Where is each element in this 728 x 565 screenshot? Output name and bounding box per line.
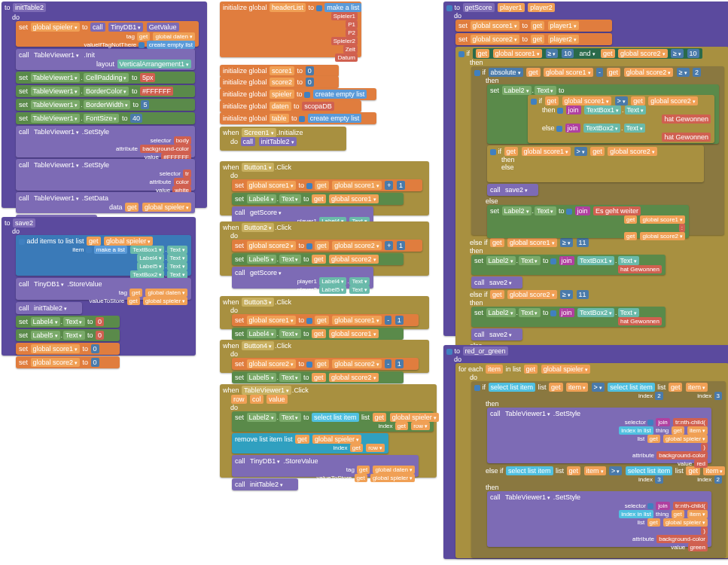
additems[interactable]: add items to list list get global spiele… bbox=[16, 235, 191, 276]
rg-style-red[interactable]: call TableViewer1.SetStyle selector join… bbox=[487, 408, 711, 463]
rg-style-green[interactable]: call TableViewer1.SetStyle selector join… bbox=[487, 491, 711, 547]
tvclick-init[interactable]: call initTable2 bbox=[232, 478, 298, 490]
bwidth[interactable]: set TableViewer1.BorderWidth to 5 bbox=[16, 99, 195, 111]
btn4-setl5[interactable]: set Label5.Text to get global score2 bbox=[232, 371, 404, 383]
do-label: do bbox=[12, 14, 20, 21]
btn3-set[interactable]: set global score1 to get global score1 -… bbox=[232, 314, 419, 326]
btn2-set[interactable]: set global score2 to get global score2 +… bbox=[232, 240, 422, 252]
setl5[interactable]: set Label5.Text to 0 bbox=[16, 329, 120, 341]
btn1-setl4[interactable]: set Label4.Text to get global score1 bbox=[232, 193, 404, 205]
bcolor[interactable]: set TableViewer1.BorderColor to #FFFFFF bbox=[16, 85, 195, 97]
sets2[interactable]: set global score2 to 0 bbox=[16, 356, 120, 368]
btn2-getscore[interactable]: call getScore player1 Label4.Text player… bbox=[232, 267, 373, 289]
gs-if3[interactable]: if get global score1 > get global score2… bbox=[528, 95, 714, 143]
proc-initTable2[interactable]: to initTable2 do set global spieler to c… bbox=[2, 2, 207, 208]
rg-for[interactable]: for each item in list get global spieler… bbox=[455, 363, 728, 558]
tvclick-setl2[interactable]: set Label2.Text to select list item list… bbox=[232, 411, 434, 432]
screen-init[interactable]: when Screen1.Initialize do call initTabl… bbox=[220, 127, 346, 151]
proc-redgreen[interactable]: to red_or_green do for each item in list… bbox=[443, 345, 728, 559]
gs-if2[interactable]: if absolute get global score1 - get glob… bbox=[471, 66, 724, 235]
tvclick-remove[interactable]: remove list item list get global spieler… bbox=[232, 433, 388, 454]
cellpad[interactable]: set TableViewer1.CellPadding to 5px bbox=[16, 72, 195, 84]
init-headerlist[interactable]: initialize global headerList to make a l… bbox=[220, 2, 361, 57]
gs-elif2-call[interactable]: call save2 bbox=[471, 328, 522, 341]
callinit[interactable]: call initTable2 bbox=[16, 302, 82, 314]
gs-if4[interactable]: if get global score1 > get global score2… bbox=[487, 145, 704, 182]
fsize[interactable]: set TableViewer1.FontSize to 40 bbox=[16, 112, 195, 124]
style2[interactable]: call TableViewer1.SetStyle selector tr a… bbox=[16, 159, 195, 191]
set-spieler[interactable]: set global spieler to call TinyDB1 GetVa… bbox=[16, 21, 199, 47]
gs-setl2-a[interactable]: set Label2.Text to if get global score1 … bbox=[487, 84, 719, 144]
tinystore[interactable]: call TinyDB1.StoreValue tag get global d… bbox=[16, 278, 191, 300]
gs-callsave1[interactable]: call save2 bbox=[487, 184, 538, 196]
init-table[interactable]: initialize global table to create empty … bbox=[220, 112, 376, 124]
gs-elif1-set[interactable]: set Label2.Text to join TextBox1.Text ha… bbox=[471, 255, 666, 275]
tv1-init[interactable]: call TableViewer1 .Init layout VerticalA… bbox=[16, 49, 195, 70]
setl4[interactable]: set Label4.Text to 0 bbox=[16, 316, 120, 328]
init-spieler[interactable]: initialize global spieler to create empt… bbox=[220, 88, 376, 100]
btn3-click[interactable]: when Button3.Click do set global score1 … bbox=[220, 296, 429, 329]
btn3-setl4[interactable]: set Label4.Text to get global score1 bbox=[232, 328, 404, 340]
proc-to: to bbox=[5, 4, 11, 11]
setdata[interactable]: call TableViewer1.SetData data get globa… bbox=[16, 192, 195, 213]
init-s1[interactable]: initialize global score1 to 0 bbox=[220, 65, 339, 77]
init-s2[interactable]: initialize global score2 to 0 bbox=[220, 76, 339, 88]
gs-elif2-set[interactable]: set Label2.Text to join TextBox2.Text ha… bbox=[471, 307, 666, 327]
btn4-set[interactable]: set global score2 to get global score2 -… bbox=[232, 358, 419, 370]
gs-if1[interactable]: if get global score1 ≥ 10 and get global… bbox=[455, 47, 728, 347]
gs-elif1-call[interactable]: call save2 bbox=[471, 276, 522, 289]
gs-set2[interactable]: set global score2 to get player2 bbox=[455, 33, 612, 45]
tvclick-store[interactable]: call TinyDB1.StoreValue tag get global d… bbox=[232, 455, 419, 477]
style1[interactable]: call TableViewer1.SetStyle selector body… bbox=[16, 126, 195, 157]
btn2-click[interactable]: when Button2.Click do set global score2 … bbox=[220, 221, 429, 276]
btn4-click[interactable]: when Button4.Click do set global score2 … bbox=[220, 340, 429, 373]
sets1[interactable]: set global score1 to 0 bbox=[16, 343, 120, 355]
proc-name: initTable2 bbox=[13, 3, 46, 12]
btn1-set[interactable]: set global score1 to get global score1 +… bbox=[232, 179, 422, 191]
btn1-click[interactable]: when Button1.Click do set global score1 … bbox=[220, 161, 429, 215]
init-daten[interactable]: initialize global daten to scopaDB bbox=[220, 100, 361, 112]
proc-getScore[interactable]: to getScore player1 player2 do set globa… bbox=[443, 2, 728, 336]
gs-set1[interactable]: set global score1 to get player1 bbox=[455, 20, 612, 32]
btn2-setl5[interactable]: set Label5.Text to get global score2 bbox=[232, 253, 404, 265]
proc-save2[interactable]: to save2 do add items to list list get g… bbox=[2, 217, 196, 356]
tvclick[interactable]: when TableViewer1.Click row col value do… bbox=[220, 384, 437, 478]
rg-if[interactable]: if select list item list get item > sele… bbox=[471, 381, 726, 557]
gs-else1[interactable]: set Label2.Text to join Es geht weiter g… bbox=[487, 205, 689, 238]
